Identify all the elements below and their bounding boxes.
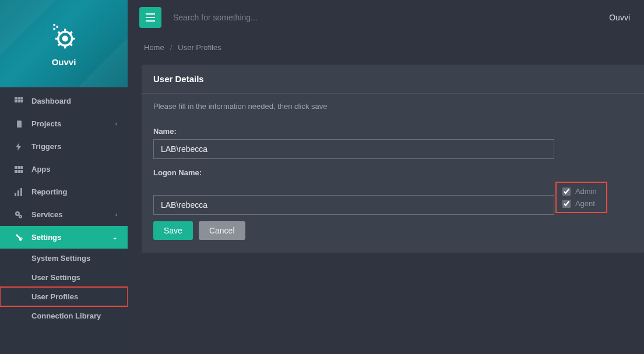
topbar: Ouvvi xyxy=(128,0,644,35)
sidebar-item-reporting[interactable]: Reporting xyxy=(0,180,128,203)
breadcrumb-separator: / xyxy=(170,43,173,52)
cogs-icon xyxy=(13,211,24,219)
chevron-down-icon: ⌄ xyxy=(112,234,117,240)
subitem-label: User Profiles xyxy=(31,292,78,301)
breadcrumb: Home / User Profiles xyxy=(128,35,644,65)
subitem-user-profiles[interactable]: User Profiles xyxy=(0,287,128,306)
menu-toggle-button[interactable] xyxy=(139,7,161,28)
svg-rect-5 xyxy=(17,97,20,100)
breadcrumb-current: User Profiles xyxy=(178,43,221,52)
bolt-icon xyxy=(13,143,24,151)
svg-rect-10 xyxy=(16,121,17,128)
svg-rect-14 xyxy=(15,170,17,173)
brand-gear-icon xyxy=(48,21,80,52)
sidebar-item-triggers[interactable]: Triggers xyxy=(0,135,128,158)
hamburger-icon xyxy=(146,13,155,22)
sidebar-item-services[interactable]: Services ‹ xyxy=(0,203,128,226)
settings-submenu: System Settings User Settings User Profi… xyxy=(0,249,128,325)
sidebar-item-label: Projects xyxy=(31,119,61,128)
svg-rect-15 xyxy=(17,170,20,173)
admin-checkbox[interactable] xyxy=(562,187,571,196)
sidebar-nav: Dashboard Projects ‹ Triggers Apps Repor… xyxy=(0,87,128,325)
subitem-system-settings[interactable]: System Settings xyxy=(0,249,128,268)
chevron-left-icon: ‹ xyxy=(115,121,117,127)
grid-icon xyxy=(13,97,24,105)
name-label: Name: xyxy=(153,127,632,136)
panel-title: User Details xyxy=(142,65,644,94)
svg-rect-24 xyxy=(146,13,155,15)
subitem-label: Connection Library xyxy=(31,311,101,320)
sidebar-item-label: Triggers xyxy=(31,142,61,151)
panel-body: Name: Logon Name: Admin Agent Save xyxy=(142,120,644,253)
svg-point-22 xyxy=(17,213,19,214)
agent-checkbox-label: Agent xyxy=(575,199,595,208)
chevron-left-icon: ‹ xyxy=(115,211,117,218)
topbar-brand-label: Ouvvi xyxy=(609,13,630,22)
sidebar: Ouvvi Dashboard Projects ‹ Triggers Apps xyxy=(0,0,128,354)
logon-name-input[interactable] xyxy=(153,195,554,215)
agent-checkbox-row[interactable]: Agent xyxy=(558,197,601,210)
svg-rect-2 xyxy=(56,26,58,27)
svg-rect-3 xyxy=(53,27,55,29)
svg-point-23 xyxy=(20,216,21,217)
sidebar-item-settings[interactable]: Settings ⌄ xyxy=(0,226,128,249)
svg-rect-13 xyxy=(20,166,23,169)
cancel-button[interactable]: Cancel xyxy=(199,221,245,240)
book-icon xyxy=(13,120,24,128)
panel-note: Please fill in the information needed, t… xyxy=(142,94,644,120)
svg-rect-26 xyxy=(146,20,155,22)
svg-rect-7 xyxy=(15,100,17,102)
admin-checkbox-row[interactable]: Admin xyxy=(558,185,601,197)
svg-rect-18 xyxy=(17,190,19,196)
svg-rect-8 xyxy=(17,100,20,102)
svg-rect-1 xyxy=(53,24,55,26)
svg-rect-17 xyxy=(15,193,16,196)
sidebar-item-dashboard[interactable]: Dashboard xyxy=(0,90,128,112)
sidebar-item-projects[interactable]: Projects ‹ xyxy=(0,112,128,135)
admin-checkbox-label: Admin xyxy=(575,187,597,196)
save-button[interactable]: Save xyxy=(153,221,193,240)
wrench-icon xyxy=(13,233,24,242)
logon-name-label: Logon Name: xyxy=(153,168,632,177)
brand-name: Ouvvi xyxy=(52,57,76,67)
agent-checkbox[interactable] xyxy=(562,200,571,208)
svg-rect-19 xyxy=(20,188,22,196)
svg-rect-6 xyxy=(20,97,23,100)
svg-rect-25 xyxy=(146,17,155,18)
button-row: Save Cancel xyxy=(153,221,632,240)
subitem-user-settings[interactable]: User Settings xyxy=(0,268,128,287)
roles-checkbox-group: Admin Agent xyxy=(557,183,606,212)
subitem-label: System Settings xyxy=(31,254,90,263)
sidebar-item-label: Reporting xyxy=(31,187,67,196)
name-input[interactable] xyxy=(153,139,554,159)
svg-rect-16 xyxy=(20,170,23,173)
subitem-connection-library[interactable]: Connection Library xyxy=(0,306,128,325)
sidebar-item-label: Apps xyxy=(31,165,51,174)
sidebar-item-label: Services xyxy=(31,210,63,219)
sidebar-item-label: Settings xyxy=(31,233,61,242)
logo-block: Ouvvi xyxy=(0,0,128,87)
subitem-label: User Settings xyxy=(31,273,80,282)
sidebar-item-label: Dashboard xyxy=(31,97,71,105)
svg-rect-9 xyxy=(20,100,23,102)
main: Ouvvi Home / User Profiles User Details … xyxy=(128,0,644,354)
svg-rect-12 xyxy=(17,166,20,169)
breadcrumb-home[interactable]: Home xyxy=(144,43,164,52)
bar-chart-icon xyxy=(13,188,24,196)
svg-rect-4 xyxy=(15,97,17,100)
sidebar-item-apps[interactable]: Apps xyxy=(0,158,128,180)
svg-rect-11 xyxy=(15,166,17,169)
user-details-panel: User Details Please fill in the informat… xyxy=(142,65,644,253)
search-input[interactable] xyxy=(173,13,609,22)
th-icon xyxy=(13,166,24,173)
